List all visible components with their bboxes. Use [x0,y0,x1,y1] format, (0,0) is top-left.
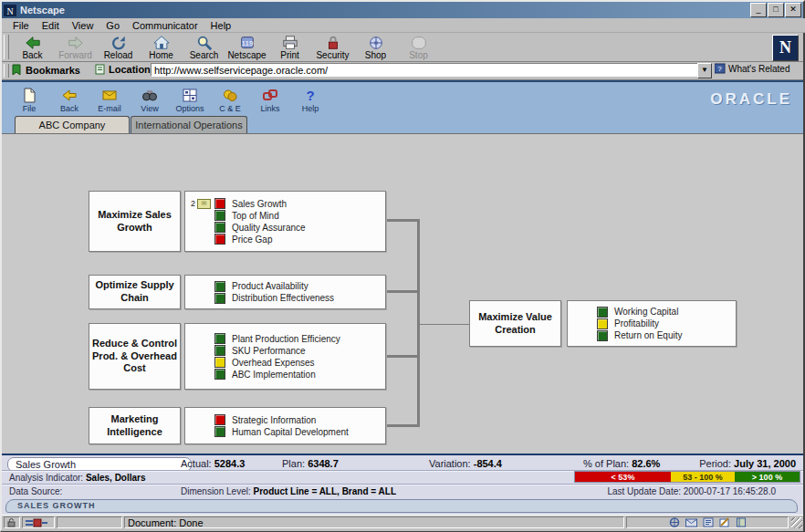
tab-international-operations[interactable]: International Operations [131,116,247,133]
kpi-row[interactable]: Human Capital Development [191,426,385,438]
kpi-row[interactable]: Overhead Expenses [191,357,385,369]
status-square[interactable] [214,210,225,221]
menu-file[interactable]: File [6,20,36,31]
kpi-box: Plant Production Efficiency SKU Performa… [184,323,386,390]
navigator-icon[interactable] [669,517,680,527]
mailbox-icon[interactable] [685,518,697,527]
whats-related-button[interactable]: ? What's Related [715,63,790,74]
kpi-row[interactable]: Product Availability [191,280,385,292]
status-square[interactable] [214,345,225,356]
close-button[interactable]: ✕ [785,3,801,17]
strategy-map-canvas: Maximize Sales Growth 2✉ Sales Growth To… [2,133,803,454]
status-square[interactable] [214,234,225,245]
oracle-help-button[interactable]: ? Help [290,85,330,115]
security-status-cell[interactable] [4,516,20,528]
envelope-icon[interactable]: ✉ [197,199,211,209]
kpi-row[interactable]: 2✉ Sales Growth [191,198,385,210]
tab-abc-company[interactable]: ABC Company [15,116,130,133]
reload-button[interactable]: Reload [97,33,140,61]
status-square[interactable] [214,369,225,380]
netscape-logo[interactable]: N [772,35,799,61]
oracle-email-button[interactable]: E-mail [89,85,130,115]
maximize-button[interactable]: □ [768,3,784,17]
kpi-row[interactable]: Profitability [573,318,736,329]
bookmarks-button[interactable]: Bookmarks [11,64,80,76]
oracle-ce-button[interactable]: C & E [210,85,250,115]
menu-go[interactable]: Go [99,20,126,31]
online-status-cell[interactable] [22,516,55,528]
print-icon [280,35,300,51]
kpi-row[interactable]: SKU Performance [191,345,385,357]
objective-box-maximize-sales-growth[interactable]: Maximize Sales Growth [89,191,181,252]
status-square[interactable] [214,357,225,368]
padlock-icon [7,518,16,527]
pct-of-plan-metric: % of Plan: 82.6% [583,458,660,469]
legend-red: < 53% [575,472,671,482]
oracle-links-button[interactable]: Links [250,85,290,115]
kpi-row[interactable]: Return on Equity [573,329,736,341]
status-square[interactable] [214,333,225,344]
menu-help[interactable]: Help [204,20,238,31]
oracle-options-button[interactable]: Options [170,85,210,115]
shop-button[interactable]: Shop [354,33,397,61]
discussions-icon[interactable] [703,517,714,527]
security-button[interactable]: Security [311,33,354,61]
netscape-app-icon: N [4,5,16,16]
objective-box-optimize-supply-chain[interactable]: Optimize Supply Chain [89,275,181,309]
netscape-button[interactable]: 119 Netscape [225,33,268,61]
coins-icon [222,88,238,103]
objective-box-marketing-intelligence[interactable]: Marketing Intelligence [89,407,181,444]
url-dropdown-button[interactable]: ▼ [697,63,712,78]
oracle-back-button[interactable]: Back [49,85,89,115]
menu-edit[interactable]: Edit [36,20,66,31]
status-square[interactable] [597,318,608,329]
status-square[interactable] [597,307,608,318]
kpi-row[interactable]: Top of Mind [191,210,385,222]
home-button[interactable]: Home [140,33,183,61]
location-bar: Bookmarks Location: ▼ ? What's Related [2,62,803,80]
plan-metric: Plan: 6348.7 [282,458,339,469]
print-button[interactable]: Print [268,33,311,61]
kpi-row[interactable]: Price Gap [191,234,385,245]
back-button[interactable]: Back [11,33,54,61]
status-square[interactable] [214,426,225,437]
address-book-icon[interactable] [736,517,747,527]
home-icon [152,35,172,51]
collapsed-panel-sales-growth[interactable]: SALES GROWTH [5,499,798,513]
menu-communicator[interactable]: Communicator [126,20,204,31]
status-square[interactable] [597,330,608,341]
status-square[interactable] [214,198,225,209]
netscape-icon: 119 [237,35,257,51]
oracle-view-button[interactable]: View [130,85,170,115]
forward-button[interactable]: Forward [54,33,97,61]
toolbar-grip[interactable] [4,35,9,59]
url-input[interactable] [151,63,698,77]
kpi-row[interactable]: Quality Assurance [191,222,385,234]
back-arrow-icon [61,88,78,103]
kpi-row[interactable]: ABC Implementation [191,369,385,381]
threshold-legend: < 53% 53 - 100 % > 100 % [574,471,800,483]
status-square[interactable] [214,293,225,304]
links-icon [262,88,278,103]
toolbar-grip[interactable] [4,64,9,78]
svg-text:N: N [6,5,13,16]
search-button[interactable]: Search [183,33,225,61]
minimize-button[interactable]: _ [750,3,767,17]
kpi-row[interactable]: Plant Production Efficiency [191,333,385,345]
objective-box-maximize-value-creation[interactable]: Maximize Value Creation [469,300,561,347]
kpi-row[interactable]: Distribution Effectiveness [191,292,385,304]
objective-box-reduce-control-cost[interactable]: Reduce & Control Prod. & Overhead Cost [89,323,181,390]
status-square[interactable] [214,281,225,292]
oracle-file-button[interactable]: File [9,85,49,115]
indicator-detail-panel: Sales Growth Actual: 5284.3 Plan: 6348.7… [2,454,803,515]
composer-icon[interactable] [719,517,730,527]
kpi-row[interactable]: Strategic Information [191,414,385,426]
resize-grip[interactable] [791,517,802,528]
connector-line [386,424,417,427]
stop-button[interactable]: Stop [397,33,440,61]
back-icon [23,35,43,51]
status-square[interactable] [214,414,225,425]
status-square[interactable] [214,222,225,233]
menu-view[interactable]: View [66,20,100,31]
kpi-row[interactable]: Working Capital [573,306,736,318]
